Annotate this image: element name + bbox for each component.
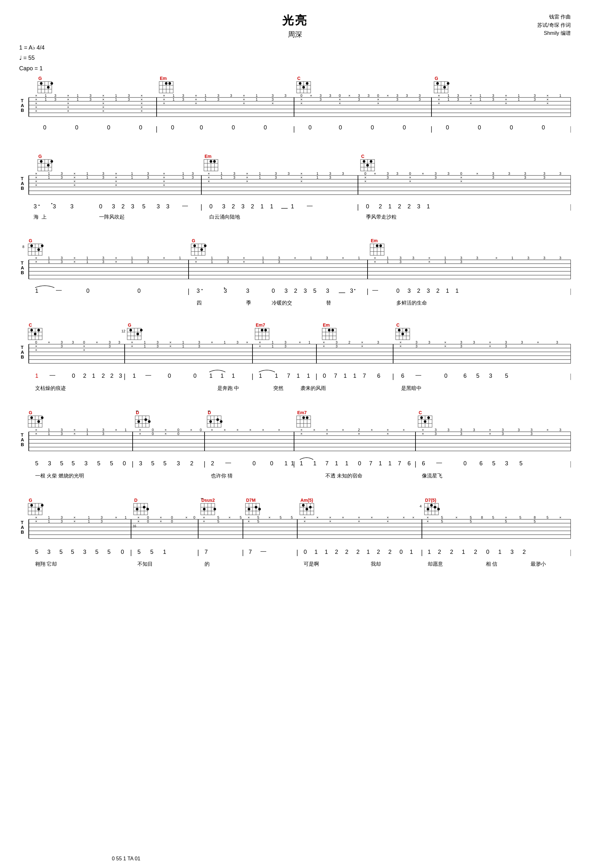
- svg-text:3: 3: [412, 256, 414, 260]
- svg-point-509: [332, 329, 334, 331]
- svg-text:1: 1: [92, 373, 95, 379]
- svg-text:×: ×: [364, 179, 366, 183]
- svg-text:0: 0: [304, 549, 307, 555]
- svg-text:×: ×: [74, 171, 75, 176]
- svg-text:×: ×: [422, 428, 424, 432]
- svg-text:7: 7: [369, 460, 372, 466]
- svg-text:7: 7: [325, 460, 329, 466]
- svg-text:3: 3: [460, 260, 462, 264]
- svg-text:5: 5: [35, 460, 38, 466]
- svg-text:×: ×: [301, 101, 302, 105]
- svg-text:1: 1: [262, 256, 264, 260]
- svg-text:0: 0: [264, 124, 267, 131]
- svg-text:×: ×: [400, 344, 401, 348]
- meta-info: 1 = A♭ 4/4 ♩ = 55 Capo = 1: [19, 43, 571, 74]
- svg-text:×: ×: [470, 94, 472, 97]
- svg-point-648: [30, 416, 33, 419]
- svg-point-869: [427, 508, 429, 511]
- svg-text:0: 0: [446, 124, 449, 131]
- svg-point-850: [255, 506, 257, 508]
- tempo-info: ♩ = 55: [19, 53, 571, 63]
- svg-text:×: ×: [438, 101, 440, 105]
- svg-text:3: 3: [419, 94, 420, 97]
- svg-text:×: ×: [489, 428, 491, 432]
- svg-text:3: 3: [156, 344, 159, 348]
- svg-text:3: 3: [102, 260, 104, 264]
- svg-text:5: 5: [505, 373, 508, 379]
- svg-text:×: ×: [67, 105, 69, 109]
- svg-text:×: ×: [299, 340, 301, 344]
- svg-text:3: 3: [531, 428, 532, 432]
- svg-point-479: [34, 333, 37, 335]
- svg-text:×: ×: [339, 97, 341, 101]
- svg-text:×: ×: [403, 428, 405, 432]
- svg-text:海: 海: [34, 214, 39, 220]
- key-info: 1 = A♭ 4/4: [19, 43, 571, 53]
- svg-text:3: 3: [55, 94, 56, 97]
- svg-text:×: ×: [374, 256, 376, 260]
- svg-text:2: 2: [251, 203, 254, 210]
- svg-text:Am(5): Am(5): [301, 497, 313, 503]
- svg-text:×: ×: [409, 176, 411, 179]
- svg-text:×: ×: [438, 97, 440, 101]
- svg-point-870: [430, 504, 433, 506]
- svg-point-356: [193, 245, 196, 247]
- svg-text:7: 7: [398, 460, 401, 466]
- svg-text:5: 5: [217, 519, 219, 523]
- svg-text:2: 2: [294, 288, 297, 294]
- svg-text:3: 3: [55, 97, 56, 101]
- svg-text:3: 3: [139, 460, 142, 466]
- svg-text:3: 3: [400, 256, 401, 260]
- svg-text:1: 1: [444, 260, 446, 264]
- svg-text:3: 3: [131, 203, 134, 210]
- svg-text:0: 0: [377, 94, 379, 97]
- svg-point-357: [201, 248, 203, 251]
- section-3-svg: G 8 G Em: [19, 236, 571, 313]
- svg-text:×: ×: [208, 176, 209, 179]
- svg-point-849: [248, 508, 250, 511]
- svg-text:C: C: [419, 410, 422, 415]
- svg-text:×: ×: [131, 344, 133, 348]
- svg-point-840: [214, 508, 216, 511]
- svg-text:3: 3: [182, 94, 184, 97]
- svg-point-36: [436, 82, 439, 85]
- svg-point-830: [143, 506, 145, 508]
- svg-text:3: 3: [34, 203, 37, 210]
- svg-text:1: 1: [86, 171, 88, 176]
- svg-text:—: —: [436, 459, 442, 466]
- svg-text:0: 0: [200, 124, 203, 131]
- svg-text:3: 3: [358, 94, 360, 97]
- svg-text:1: 1: [133, 373, 136, 379]
- svg-text:3: 3: [102, 176, 104, 179]
- svg-text:×: ×: [160, 519, 162, 523]
- svg-text:2: 2: [436, 288, 440, 294]
- svg-text:四: 四: [196, 300, 202, 306]
- svg-text:2: 2: [102, 373, 105, 379]
- svg-text:1: 1: [182, 171, 184, 176]
- svg-text:×: ×: [74, 183, 75, 187]
- svg-text:×: ×: [83, 348, 85, 352]
- svg-text:×: ×: [460, 179, 462, 183]
- svg-text:3: 3: [227, 256, 229, 260]
- svg-text:1: 1: [387, 256, 389, 260]
- svg-text:B: B: [21, 530, 24, 535]
- svg-text:×: ×: [294, 256, 296, 260]
- svg-text:1: 1: [353, 373, 356, 379]
- svg-text:2: 2: [450, 549, 453, 555]
- svg-text:×: ×: [115, 179, 117, 183]
- svg-text:0: 0: [371, 124, 374, 131]
- svg-text:3: 3: [275, 176, 277, 179]
- svg-text:6: 6: [479, 460, 482, 466]
- svg-text:3: 3: [336, 344, 338, 348]
- svg-text:3: 3: [460, 432, 462, 435]
- svg-text:0: 0: [400, 549, 403, 555]
- svg-text:1: 1: [173, 97, 174, 101]
- svg-text:白云涌向陆地: 白云涌向陆地: [209, 214, 240, 220]
- svg-text:3: 3: [358, 97, 360, 101]
- svg-text:×: ×: [422, 432, 424, 435]
- svg-text:×: ×: [67, 97, 69, 101]
- svg-text:0: 0: [308, 124, 312, 131]
- svg-text:×: ×: [141, 94, 143, 97]
- svg-text:×: ×: [190, 428, 192, 432]
- svg-text:5: 5: [476, 373, 479, 379]
